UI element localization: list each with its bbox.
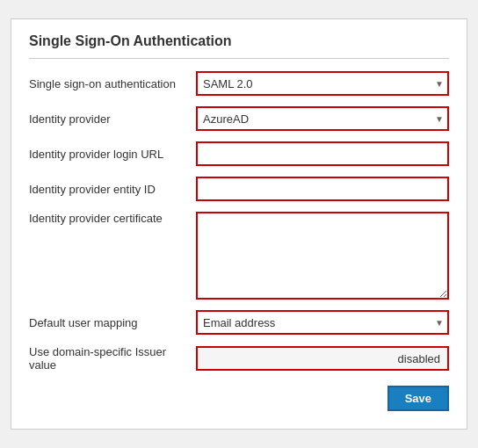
identity-provider-select[interactable]: AzureAD ADFS Okta OneLogin Custom [196, 106, 449, 131]
domain-issuer-control: disabled [196, 346, 449, 371]
login-url-row: Identity provider login URL [29, 141, 449, 166]
domain-issuer-row: Use domain-specific Issuer value disable… [29, 345, 449, 372]
user-mapping-select[interactable]: Email address Username [196, 310, 449, 335]
user-mapping-select-wrapper: Email address Username ▼ [196, 310, 449, 335]
sso-auth-label: Single sign-on authentication [29, 77, 196, 90]
entity-id-control [196, 177, 449, 201]
user-mapping-row: Default user mapping Email address Usern… [29, 310, 449, 335]
entity-id-input[interactable] [196, 177, 449, 201]
dialog-footer: Save [29, 386, 449, 411]
login-url-control [196, 141, 449, 166]
user-mapping-control: Email address Username ▼ [196, 310, 449, 335]
dialog-title: Single Sign-On Authentication [29, 33, 449, 59]
identity-provider-row: Identity provider AzureAD ADFS Okta OneL… [29, 106, 449, 131]
sso-dialog: Single Sign-On Authentication Single sig… [11, 18, 467, 430]
certificate-label: Identity provider certificate [29, 212, 196, 225]
identity-provider-select-wrapper: AzureAD ADFS Okta OneLogin Custom ▼ [196, 106, 449, 131]
sso-auth-select-wrapper: SAML 2.0 None ▼ [196, 71, 449, 96]
identity-provider-label: Identity provider [29, 112, 196, 126]
entity-id-row: Identity provider entity ID [29, 177, 449, 201]
sso-auth-control: SAML 2.0 None ▼ [196, 71, 449, 96]
entity-id-label: Identity provider entity ID [29, 183, 196, 196]
domain-issuer-toggle[interactable]: disabled [196, 346, 449, 371]
certificate-control [196, 212, 449, 300]
user-mapping-label: Default user mapping [29, 316, 196, 329]
identity-provider-control: AzureAD ADFS Okta OneLogin Custom ▼ [196, 106, 449, 131]
login-url-label: Identity provider login URL [29, 148, 196, 161]
login-url-input[interactable] [196, 141, 449, 166]
domain-issuer-label: Use domain-specific Issuer value [29, 345, 196, 372]
domain-issuer-value: disabled [398, 352, 440, 365]
sso-auth-select[interactable]: SAML 2.0 None [196, 71, 449, 96]
certificate-row: Identity provider certificate [29, 212, 449, 300]
sso-auth-row: Single sign-on authentication SAML 2.0 N… [29, 71, 449, 96]
certificate-textarea[interactable] [196, 212, 449, 300]
save-button[interactable]: Save [387, 386, 449, 411]
